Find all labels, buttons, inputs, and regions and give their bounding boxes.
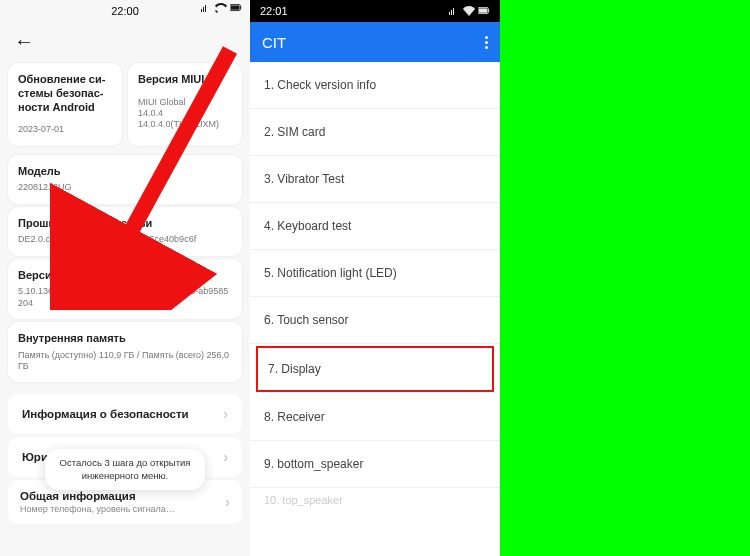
chevron-right-icon: › <box>223 406 228 422</box>
cit-item-bottom-speaker[interactable]: 9. bottom_speaker <box>250 441 500 488</box>
toast-line2: инженерного меню. <box>59 470 191 482</box>
status-icons <box>200 3 242 13</box>
cit-panel: 22:01 CIT 1. Check version info 2. SIM c… <box>250 0 500 556</box>
svg-rect-6 <box>488 9 489 12</box>
clock: 22:00 <box>111 5 139 17</box>
svg-rect-2 <box>240 6 241 9</box>
cit-list: 1. Check version info 2. SIM card 3. Vib… <box>250 62 500 512</box>
general-info-sub: Номер телефона, уровень сигнала… <box>20 504 175 514</box>
security-update-title: Обновление си- стемы безопас- ности Andr… <box>18 73 112 114</box>
cit-item-keyboard[interactable]: 4. Keyboard test <box>250 203 500 250</box>
back-row: ← <box>0 22 250 57</box>
overflow-menu-icon[interactable] <box>485 36 488 49</box>
settings-about-panel: 22:00 ← Обновление си- стемы безопас- но… <box>0 0 250 556</box>
cit-item-check-version[interactable]: 1. Check version info <box>250 62 500 109</box>
clock: 22:01 <box>260 5 288 17</box>
miui-version-card[interactable]: Версия MIUI MIUI Global 14.0.4 14.0.4.0(… <box>128 63 242 146</box>
security-info-label: Информация о безопасности <box>22 408 189 420</box>
green-screen-panel <box>500 0 750 556</box>
status-bar: 22:00 <box>0 0 250 22</box>
svg-rect-1 <box>231 5 240 9</box>
cit-title: CIT <box>262 34 286 51</box>
storage-value: Память (доступно) 110,9 ГБ / Память (все… <box>18 350 232 373</box>
cit-item-vibrator[interactable]: 3. Vibrator Test <box>250 156 500 203</box>
miui-version-title: Версия MIUI <box>138 73 232 87</box>
firmware-title: Прошивка модуля связи <box>18 217 232 231</box>
svg-rect-5 <box>479 8 488 12</box>
miui-version-value: MIUI Global 14.0.4 14.0.4.0(TLFRUXM) <box>138 97 232 131</box>
cit-item-notification-light[interactable]: 5. Notification light (LED) <box>250 250 500 297</box>
model-value: 22081212UG <box>18 182 232 193</box>
storage-title: Внутренняя память <box>18 332 232 346</box>
cit-item-receiver[interactable]: 8. Receiver <box>250 394 500 441</box>
firmware-card[interactable]: Прошивка модуля связи DE2.0.c1-gl-19921.… <box>8 207 242 256</box>
general-info-title: Общая информация <box>20 490 175 502</box>
cit-titlebar: CIT <box>250 22 500 62</box>
model-card[interactable]: Модель 22081212UG <box>8 155 242 204</box>
storage-card[interactable]: Внутренняя память Память (доступно) 110,… <box>8 322 242 382</box>
chevron-right-icon: › <box>223 449 228 465</box>
cit-item-sim-card[interactable]: 2. SIM card <box>250 109 500 156</box>
kernel-card[interactable]: Версия ядра 5.10.136-android12-9-00021-g… <box>8 259 242 319</box>
status-bar: 22:01 <box>250 0 500 22</box>
chevron-right-icon: › <box>225 494 230 510</box>
model-title: Модель <box>18 165 232 179</box>
back-icon[interactable]: ← <box>14 30 34 52</box>
security-update-card[interactable]: Обновление си- стемы безопас- ности Andr… <box>8 63 122 146</box>
toast-line1: Осталось 3 шага до открытия <box>59 457 191 469</box>
security-info-row[interactable]: Информация о безопасности › <box>8 394 242 434</box>
toast-steps-remaining: Осталось 3 шага до открытия инженерного … <box>45 449 205 490</box>
cit-item-top-speaker[interactable]: 10. top_speaker <box>250 488 500 512</box>
security-update-date: 2023-07-01 <box>18 124 112 135</box>
cit-item-touch-sensor[interactable]: 6. Touch sensor <box>250 297 500 344</box>
kernel-title: Версия ядра <box>18 269 232 283</box>
status-icons <box>448 6 490 16</box>
cit-item-display[interactable]: 7. Display <box>256 346 494 392</box>
firmware-value: DE2.0.c1-gl-19921.1…6_0554_b5ce40b9c6f <box>18 234 232 245</box>
kernel-value: 5.10.136-android12-9-00021-g821df8f5bd36… <box>18 286 232 309</box>
